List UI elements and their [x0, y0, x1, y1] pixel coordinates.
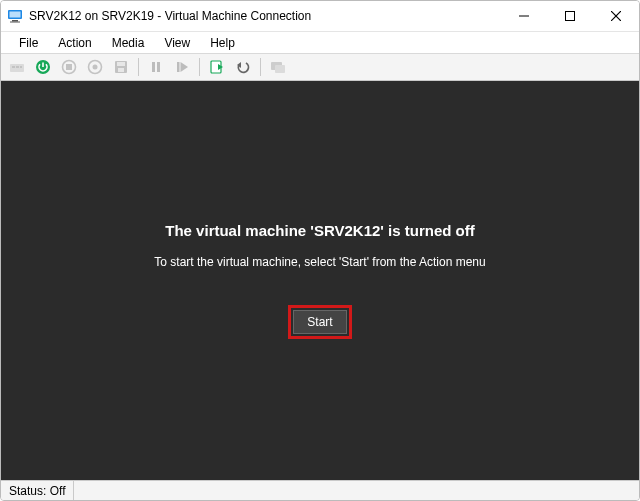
menu-help[interactable]: Help [200, 34, 245, 52]
svg-rect-15 [66, 64, 72, 70]
vm-connection-window: SRV2K12 on SRV2K19 - Virtual Machine Con… [0, 0, 640, 501]
svg-rect-2 [12, 20, 18, 22]
svg-rect-20 [118, 68, 124, 72]
svg-rect-29 [275, 65, 285, 73]
start-icon[interactable] [31, 56, 55, 78]
titlebar: SRV2K12 on SRV2K19 - Virtual Machine Con… [1, 1, 639, 31]
start-button[interactable]: Start [293, 310, 347, 334]
svg-rect-11 [20, 66, 22, 68]
svg-rect-22 [157, 62, 160, 72]
vm-state-title: The virtual machine 'SRV2K12' is turned … [165, 222, 474, 239]
app-icon [7, 8, 23, 24]
status-text: Status: Off [1, 481, 74, 500]
menu-file[interactable]: File [9, 34, 48, 52]
svg-rect-21 [152, 62, 155, 72]
close-button[interactable] [593, 1, 639, 31]
save-icon[interactable] [109, 56, 133, 78]
minimize-button[interactable] [501, 1, 547, 31]
toolbar-separator [260, 58, 261, 76]
enhanced-session-icon[interactable] [266, 56, 290, 78]
toolbar-separator [138, 58, 139, 76]
menu-view[interactable]: View [154, 34, 200, 52]
svg-rect-10 [16, 66, 19, 68]
window-title: SRV2K12 on SRV2K19 - Virtual Machine Con… [29, 9, 501, 23]
checkpoint-icon[interactable] [205, 56, 229, 78]
reset-icon[interactable] [170, 56, 194, 78]
start-button-highlight: Start [288, 305, 352, 339]
vm-display-area: The virtual machine 'SRV2K12' is turned … [1, 81, 639, 480]
svg-marker-24 [181, 62, 189, 72]
maximize-button[interactable] [547, 1, 593, 31]
pause-icon[interactable] [144, 56, 168, 78]
shutdown-icon[interactable] [83, 56, 107, 78]
revert-icon[interactable] [231, 56, 255, 78]
menubar: File Action Media View Help [1, 31, 639, 53]
menu-action[interactable]: Action [48, 34, 101, 52]
ctrl-alt-del-icon[interactable] [5, 56, 29, 78]
svg-rect-3 [10, 22, 20, 23]
svg-point-17 [93, 65, 98, 70]
toolbar-separator [199, 58, 200, 76]
turnoff-icon[interactable] [57, 56, 81, 78]
svg-rect-23 [177, 62, 180, 72]
statusbar: Status: Off [1, 480, 639, 500]
vm-state-subtitle: To start the virtual machine, select 'St… [154, 255, 485, 269]
toolbar [1, 53, 639, 81]
svg-rect-5 [566, 12, 575, 21]
svg-rect-19 [117, 62, 125, 66]
svg-rect-9 [12, 66, 15, 68]
svg-rect-1 [10, 12, 21, 18]
menu-media[interactable]: Media [102, 34, 155, 52]
